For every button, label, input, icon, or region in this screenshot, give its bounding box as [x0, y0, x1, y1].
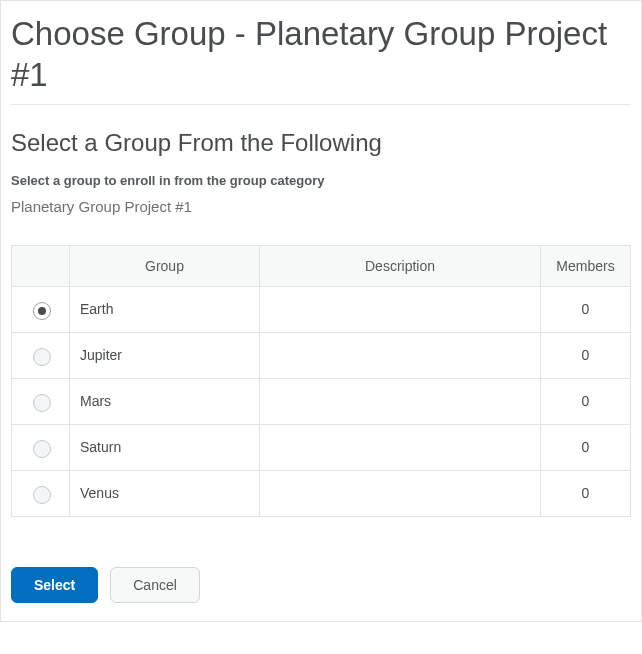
group-members-cell: 0	[541, 332, 631, 378]
radio-cell	[12, 332, 70, 378]
group-table: Group Description Members Earth0Jupiter0…	[11, 245, 631, 517]
table-row: Earth0	[12, 286, 631, 332]
table-row: Jupiter0	[12, 332, 631, 378]
group-description-cell	[260, 424, 541, 470]
cancel-button[interactable]: Cancel	[110, 567, 200, 603]
group-members-cell: 0	[541, 286, 631, 332]
radio-cell	[12, 286, 70, 332]
action-bar: Select Cancel	[11, 567, 631, 603]
col-description: Description	[260, 245, 541, 286]
group-description-cell	[260, 378, 541, 424]
radio-cell	[12, 470, 70, 516]
radio-cell	[12, 424, 70, 470]
group-members-cell: 0	[541, 470, 631, 516]
col-group: Group	[70, 245, 260, 286]
helper-text: Select a group to enroll in from the gro…	[11, 173, 631, 188]
group-radio[interactable]	[33, 394, 51, 412]
page-title: Choose Group - Planetary Group Project #…	[11, 13, 631, 96]
group-radio[interactable]	[33, 348, 51, 366]
category-name: Planetary Group Project #1	[11, 198, 631, 215]
section-title: Select a Group From the Following	[11, 129, 631, 157]
group-radio[interactable]	[33, 440, 51, 458]
group-name-cell: Venus	[70, 470, 260, 516]
select-button[interactable]: Select	[11, 567, 98, 603]
divider	[11, 104, 631, 105]
table-row: Saturn0	[12, 424, 631, 470]
table-header-row: Group Description Members	[12, 245, 631, 286]
group-name-cell: Earth	[70, 286, 260, 332]
group-name-cell: Mars	[70, 378, 260, 424]
group-members-cell: 0	[541, 378, 631, 424]
group-name-cell: Jupiter	[70, 332, 260, 378]
table-row: Mars0	[12, 378, 631, 424]
group-name-cell: Saturn	[70, 424, 260, 470]
group-description-cell	[260, 470, 541, 516]
group-members-cell: 0	[541, 424, 631, 470]
col-select	[12, 245, 70, 286]
table-row: Venus0	[12, 470, 631, 516]
group-description-cell	[260, 332, 541, 378]
group-radio[interactable]	[33, 486, 51, 504]
radio-cell	[12, 378, 70, 424]
col-members: Members	[541, 245, 631, 286]
group-radio[interactable]	[33, 302, 51, 320]
group-description-cell	[260, 286, 541, 332]
